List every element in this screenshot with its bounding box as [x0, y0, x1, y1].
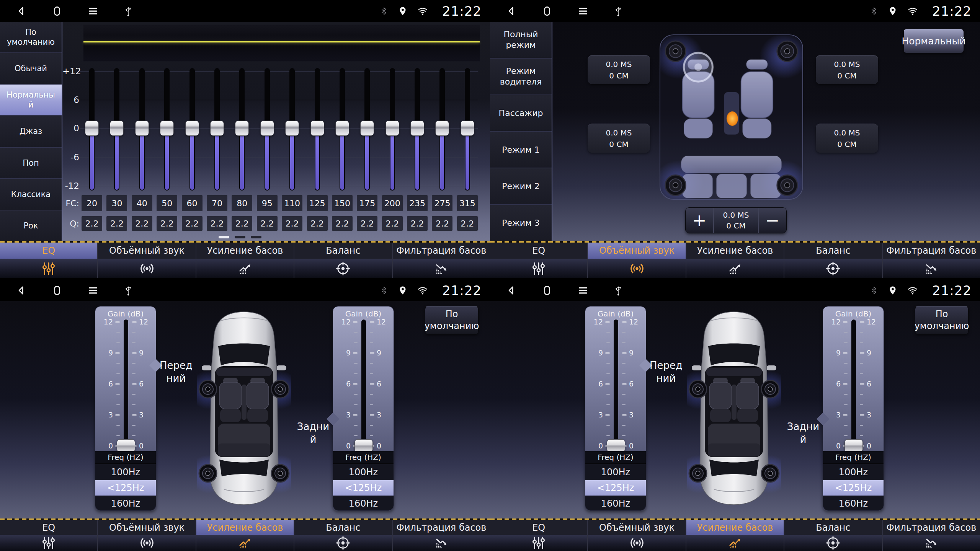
slider-handle[interactable]: [135, 121, 149, 136]
tab-surround[interactable]: Объёмный звук: [588, 243, 686, 278]
surround-preset-button[interactable]: Нормальный: [903, 29, 964, 53]
gain-slider-handle[interactable]: [354, 439, 373, 452]
q-value[interactable]: 2.2: [432, 216, 452, 231]
eq-preset-item[interactable]: Обычай: [0, 52, 62, 84]
slider-handle[interactable]: [210, 121, 224, 136]
menu-icon[interactable]: [577, 5, 589, 17]
default-button[interactable]: По умолчанию: [425, 306, 479, 334]
fc-value[interactable]: 150: [332, 195, 353, 211]
delay-box-rear-right[interactable]: 0.0 MS0 CM: [816, 124, 878, 153]
eq-band-slider[interactable]: [332, 65, 353, 191]
fc-value[interactable]: 20: [82, 195, 102, 211]
gain-slider-handle[interactable]: [607, 439, 625, 452]
slider-handle[interactable]: [461, 121, 474, 136]
menu-icon[interactable]: [577, 285, 589, 296]
slider-handle[interactable]: [235, 121, 249, 136]
tab-bass-boost[interactable]: Усиление басов: [686, 243, 784, 278]
tab-bass-filter[interactable]: Фильтрация басов: [883, 243, 980, 278]
eq-preset-item[interactable]: Джаз: [0, 115, 62, 147]
home-icon[interactable]: [51, 5, 63, 17]
tab-equalizer[interactable]: EQ: [490, 243, 588, 278]
fc-value[interactable]: 30: [106, 195, 127, 211]
eq-band-slider[interactable]: [157, 65, 177, 191]
surround-mode-item[interactable]: Пассажир: [490, 95, 552, 131]
eq-band-slider[interactable]: [232, 65, 252, 191]
freq-option[interactable]: 100Hz: [95, 464, 156, 480]
q-value[interactable]: 2.2: [232, 216, 252, 231]
freq-option[interactable]: 100Hz: [823, 464, 884, 480]
tab-surround[interactable]: Объёмный звук: [98, 243, 196, 278]
q-value[interactable]: 2.2: [357, 216, 377, 231]
eq-band-slider[interactable]: [457, 65, 478, 191]
q-value[interactable]: 2.2: [182, 216, 203, 231]
q-value[interactable]: 2.2: [332, 216, 353, 231]
surround-mode-item[interactable]: Режим 1: [490, 131, 552, 168]
slider-handle[interactable]: [110, 121, 124, 136]
tab-equalizer[interactable]: EQ: [490, 520, 588, 551]
slider-handle[interactable]: [385, 121, 399, 136]
freq-option[interactable]: <125Hz: [333, 480, 394, 496]
freq-option[interactable]: 160Hz: [333, 496, 394, 510]
tab-bass-filter[interactable]: Фильтрация басов: [393, 243, 490, 278]
fc-value[interactable]: 60: [182, 195, 203, 211]
freq-option[interactable]: <125Hz: [823, 480, 884, 496]
tab-balance[interactable]: Баланс: [784, 243, 882, 278]
eq-band-slider[interactable]: [182, 65, 203, 191]
tab-surround[interactable]: Объёмный звук: [588, 520, 686, 551]
tab-surround[interactable]: Объёмный звук: [98, 520, 196, 551]
eq-preset-item[interactable]: Классика: [0, 178, 62, 210]
home-icon[interactable]: [541, 5, 553, 17]
fc-value[interactable]: 175: [357, 195, 377, 211]
gain-slider-track[interactable]: [851, 320, 856, 449]
tab-bass-boost[interactable]: Усиление басов: [686, 520, 784, 551]
delay-box-rear-left[interactable]: 0.0 MS0 CM: [588, 124, 650, 153]
tab-bass-boost[interactable]: Усиление басов: [196, 520, 294, 551]
slider-handle[interactable]: [160, 121, 174, 136]
menu-icon[interactable]: [87, 285, 99, 296]
fc-value[interactable]: 315: [457, 195, 478, 211]
freq-option[interactable]: 160Hz: [95, 496, 156, 510]
page-indicator[interactable]: [219, 236, 261, 238]
eq-band-slider[interactable]: [282, 65, 302, 191]
eq-band-slider[interactable]: [357, 65, 377, 191]
eq-band-slider[interactable]: [106, 65, 127, 191]
freq-option[interactable]: 100Hz: [333, 464, 394, 480]
eq-band-slider[interactable]: [132, 65, 152, 191]
freq-option[interactable]: 160Hz: [585, 496, 646, 510]
tab-balance[interactable]: Баланс: [294, 520, 392, 551]
eq-preset-item[interactable]: Нормальный: [0, 84, 62, 115]
page-dash[interactable]: [251, 236, 261, 238]
increase-delay-button[interactable]: +: [686, 208, 713, 233]
freq-option[interactable]: 160Hz: [823, 496, 884, 510]
tab-balance[interactable]: Баланс: [294, 243, 392, 278]
fc-value[interactable]: 40: [132, 195, 152, 211]
tab-bass-boost[interactable]: Усиление басов: [196, 243, 294, 278]
eq-preset-item[interactable]: Поп: [0, 147, 62, 178]
q-value[interactable]: 2.2: [82, 216, 102, 231]
tab-bass-filter[interactable]: Фильтрация басов: [393, 520, 490, 551]
tab-equalizer[interactable]: EQ: [0, 243, 98, 278]
slider-handle[interactable]: [260, 121, 274, 136]
slider-handle[interactable]: [410, 121, 424, 136]
slider-handle[interactable]: [185, 121, 199, 136]
eq-band-slider[interactable]: [432, 65, 452, 191]
q-value[interactable]: 2.2: [157, 216, 177, 231]
delay-box-front-right[interactable]: 0.0 MS0 CM: [816, 55, 878, 84]
eq-preset-item[interactable]: По умолчанию: [0, 22, 62, 52]
eq-band-slider[interactable]: [407, 65, 428, 191]
page-dash[interactable]: [235, 236, 245, 238]
slider-handle[interactable]: [310, 121, 324, 136]
fc-value[interactable]: 80: [232, 195, 252, 211]
surround-mode-item[interactable]: Полный режим: [490, 22, 552, 58]
home-icon[interactable]: [51, 285, 63, 296]
q-value[interactable]: 2.2: [307, 216, 328, 231]
freq-option[interactable]: <125Hz: [95, 480, 156, 496]
gain-slider-track[interactable]: [124, 320, 128, 449]
fc-value[interactable]: 70: [207, 195, 227, 211]
back-icon[interactable]: [15, 5, 27, 17]
default-button[interactable]: По умолчанию: [915, 306, 969, 334]
freq-option[interactable]: 100Hz: [585, 464, 646, 480]
back-icon[interactable]: [505, 285, 517, 296]
slider-handle[interactable]: [335, 121, 349, 136]
back-icon[interactable]: [505, 5, 517, 17]
